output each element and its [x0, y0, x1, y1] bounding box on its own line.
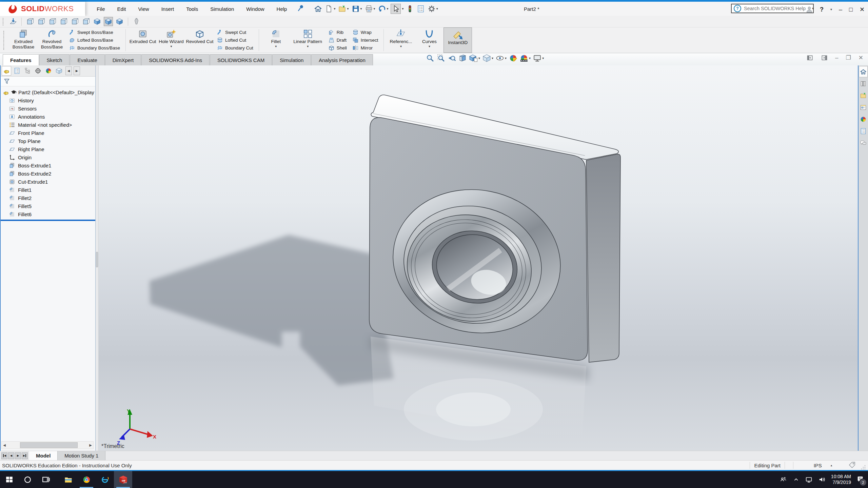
tree-item-material[interactable]: Material <not specified>: [1, 121, 95, 129]
home-button[interactable]: [313, 4, 323, 14]
help-menu-button[interactable]: ?: [820, 6, 824, 13]
doc-minimize-button[interactable]: –: [835, 55, 838, 61]
revolved-cut-button[interactable]: Revolved Cut: [185, 27, 214, 53]
tree-item-fillet6[interactable]: Fillet6: [1, 210, 95, 218]
configurationmanager-tab[interactable]: [23, 66, 32, 76]
open-button[interactable]: ▾: [337, 4, 349, 14]
select-tool-button[interactable]: [391, 4, 401, 14]
boundary-boss-button[interactable]: Boundary Boss/Base: [69, 44, 120, 52]
options-button[interactable]: ▾: [427, 4, 439, 14]
tree-horizontal-scrollbar[interactable]: ◀ ▶: [1, 441, 94, 449]
revolved-boss-button[interactable]: Revolved Boss/Base: [38, 27, 66, 53]
volume-icon[interactable]: [818, 476, 826, 483]
menu-view[interactable]: View: [138, 6, 149, 12]
cortana-button[interactable]: [18, 471, 37, 488]
mirror-button[interactable]: Mirror: [352, 44, 378, 52]
dimxpertmanager-tab[interactable]: [33, 66, 43, 76]
cam-tree-tab[interactable]: [54, 66, 64, 76]
hidden-icons-chevron-icon[interactable]: [792, 476, 800, 483]
dropdown-icon[interactable]: ▾: [478, 57, 480, 60]
print-button[interactable]: ▾: [364, 4, 376, 14]
tab-simulation[interactable]: Simulation: [272, 54, 311, 65]
dropdown-icon[interactable]: ▾: [542, 57, 544, 60]
filter-funnel-icon[interactable]: [3, 78, 10, 85]
user-account-icon[interactable]: [806, 6, 813, 13]
view-isometric-button[interactable]: [93, 17, 102, 26]
wrap-button[interactable]: Wrap: [352, 29, 378, 36]
taskpane-view-palette-tab[interactable]: [859, 102, 868, 113]
instant3d-button[interactable]: Instant3D: [443, 27, 472, 53]
graphics-viewport[interactable]: Y X Z *Trimetric: [99, 65, 858, 451]
dropdown-icon[interactable]: ▾: [429, 45, 430, 48]
taskpane-home-tab[interactable]: [859, 66, 868, 77]
dropdown-icon[interactable]: ▾: [307, 45, 309, 48]
start-button[interactable]: [0, 471, 18, 488]
file-explorer-button[interactable]: [59, 471, 77, 488]
solidworks-taskbar-button[interactable]: SW 2018: [114, 471, 132, 488]
section-view-button[interactable]: [458, 54, 467, 62]
dropdown-icon[interactable]: ▾: [374, 7, 375, 11]
taskpane-appearances-tab[interactable]: [859, 114, 868, 125]
tree-item-boss-extrude1[interactable]: Boss-Extrude1: [1, 161, 95, 169]
people-icon[interactable]: [780, 476, 787, 483]
new-document-button[interactable]: ▾: [324, 4, 336, 14]
dropdown-icon[interactable]: ▾: [529, 57, 531, 60]
tab-solidworks-cam[interactable]: SOLIDWORKS CAM: [210, 54, 272, 65]
splitter-grip[interactable]: [96, 252, 98, 267]
minimize-button[interactable]: –: [839, 6, 842, 13]
linear-pattern-button[interactable]: Linear Pattern ▾: [290, 27, 326, 53]
view-top-button[interactable]: [70, 17, 79, 26]
fillet-button[interactable]: Fillet ▾: [262, 27, 290, 53]
first-tab-button[interactable]: ◀: [1, 452, 7, 459]
rebuild-button[interactable]: [405, 4, 415, 14]
taskbar-clock[interactable]: 10:08 AM 7/9/2019: [831, 474, 851, 485]
menu-file[interactable]: File: [97, 6, 105, 12]
view-front-button[interactable]: [25, 17, 35, 26]
extruded-boss-button[interactable]: Extruded Boss/Base: [9, 27, 38, 53]
dropdown-icon[interactable]: ▾: [505, 57, 507, 60]
tab-solidworks-addins[interactable]: SOLIDWORKS Add-Ins: [141, 54, 210, 65]
panel-tab-scroll-left[interactable]: ◀: [65, 66, 72, 75]
collapse-left-panel-icon[interactable]: [807, 55, 813, 61]
view-dimetric-button[interactable]: [115, 17, 124, 26]
maximize-button[interactable]: □: [849, 6, 853, 13]
extruded-cut-button[interactable]: Extruded Cut: [129, 27, 157, 53]
action-center-button[interactable]: 2: [856, 475, 864, 484]
dropdown-icon[interactable]: ▾: [436, 7, 438, 11]
dropdown-icon[interactable]: ▾: [387, 7, 389, 11]
pin-menu-button[interactable]: [297, 4, 304, 13]
intersect-button[interactable]: Intersect: [352, 37, 378, 44]
propertymanager-tab[interactable]: [12, 66, 22, 76]
tree-item-cut-extrude1[interactable]: Cut-Extrude1: [1, 178, 95, 186]
help-search-box[interactable]: ? ▾: [731, 4, 814, 13]
ribbon-drag-handle[interactable]: [3, 31, 6, 50]
tree-item-front-plane[interactable]: Front Plane: [1, 129, 95, 137]
close-button[interactable]: ✕: [860, 6, 865, 13]
menu-help[interactable]: Help: [277, 6, 287, 12]
displaymanager-tab[interactable]: [44, 66, 53, 76]
featuremanager-tree-tab[interactable]: [2, 66, 11, 76]
tree-item-fillet1[interactable]: Fillet1: [1, 186, 95, 194]
menu-insert[interactable]: Insert: [161, 6, 174, 12]
hide-show-items-button[interactable]: ▾: [496, 54, 507, 62]
swept-cut-button[interactable]: Swept Cut: [217, 29, 253, 36]
scrollbar-thumb[interactable]: [20, 442, 78, 448]
panel-splitter[interactable]: [96, 65, 99, 451]
edit-appearance-button[interactable]: [509, 54, 517, 62]
tree-item-history[interactable]: History: [1, 96, 95, 104]
file-properties-button[interactable]: [416, 4, 426, 14]
dropdown-icon[interactable]: ▾: [360, 7, 362, 11]
tab-evaluate[interactable]: Evaluate: [70, 54, 104, 65]
model-3d-view[interactable]: [99, 65, 858, 451]
tree-item-origin[interactable]: Origin: [1, 153, 95, 161]
hole-wizard-button[interactable]: Hole Wizard ▾: [157, 27, 185, 53]
menu-tools[interactable]: Tools: [186, 6, 198, 12]
taskpane-custom-properties-tab[interactable]: [859, 125, 868, 137]
tree-item-annotations[interactable]: Annotations: [1, 113, 95, 121]
scroll-right-icon[interactable]: ▶: [88, 443, 93, 447]
collapse-right-panel-icon[interactable]: [821, 55, 828, 61]
scroll-left-icon[interactable]: ◀: [2, 443, 7, 447]
search-input[interactable]: [743, 5, 808, 12]
taskpane-file-explorer-tab[interactable]: [859, 90, 868, 101]
unit-system-selector[interactable]: IPS ▴: [797, 463, 848, 468]
